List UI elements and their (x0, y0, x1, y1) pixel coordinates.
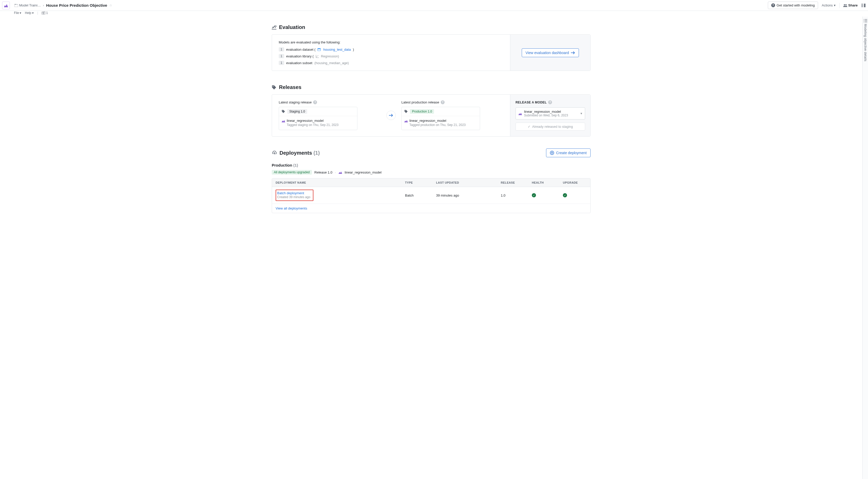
evaluation-intro: Models are evaluated using the following… (279, 40, 503, 44)
caret-down-icon: ▾ (20, 11, 21, 15)
create-deployment-button[interactable]: Create deployment (546, 149, 591, 157)
chevron-down-icon: ▾ (834, 3, 836, 7)
cell-release: 1.0 (497, 187, 528, 203)
releases-panel: Latest staging release ? Staging 1.0 (272, 94, 591, 136)
dot-separator: · (335, 170, 336, 174)
evaluation-icon (272, 25, 276, 30)
check-circle-icon: ✓ (532, 193, 536, 197)
view-all-deployments-link[interactable]: View all deployments (276, 206, 307, 210)
page-title: House Price Prediction Objective (46, 3, 107, 7)
svg-point-18 (282, 110, 283, 111)
model-name: linear_regression_model (409, 119, 446, 123)
cloud-upload-icon (272, 151, 277, 155)
tag-icon (282, 110, 285, 113)
svg-point-17 (273, 86, 274, 87)
upgraded-badge: All deployments upgraded (272, 170, 312, 174)
col-release: RELEASE (497, 179, 528, 187)
eval-library-row: 1 evaluation library ( Regression) (279, 54, 503, 58)
list-icon (864, 19, 867, 22)
tag-icon (272, 85, 276, 90)
chevron-right-icon: › (43, 3, 44, 7)
arrow-right-icon (571, 51, 575, 54)
cell-health: ✓ (528, 187, 559, 203)
folder-icon (14, 4, 18, 7)
deployments-title: Deployments (279, 150, 312, 156)
panel-toggle-icon[interactable] (861, 4, 865, 7)
evaluation-header: Evaluation (272, 24, 591, 30)
breadcrumb-parent-label: Model Traini… (19, 3, 41, 7)
divider (839, 3, 840, 8)
svg-rect-4 (861, 4, 863, 4)
people-icon (843, 4, 847, 7)
model-icon (518, 112, 522, 115)
deployments-count: (1) (313, 150, 320, 156)
evaluation-title: Evaluation (279, 24, 305, 30)
building-indicator[interactable]: 1 (42, 11, 48, 15)
breadcrumb: Model Traini… › House Price Prediction O… (14, 3, 112, 7)
table-row[interactable]: Batch deployment Created 39 minutes ago … (272, 187, 590, 204)
help-icon: ? (771, 3, 775, 7)
app-logo-icon[interactable] (2, 2, 10, 9)
staging-column: Latest staging release ? Staging 1.0 (279, 100, 381, 130)
view-evaluation-dashboard-button[interactable]: View evaluation dashboard (522, 49, 579, 57)
file-menu[interactable]: File▾ (14, 11, 21, 15)
staging-release-card[interactable]: Staging 1.0 linear_regression_model Tagg… (279, 107, 358, 130)
building-icon (42, 11, 45, 14)
share-button[interactable]: Share (843, 3, 858, 7)
get-started-button[interactable]: ? Get started with modeling (768, 2, 818, 9)
count-pill: 1 (279, 61, 284, 65)
sidebar-label: Modeling objective details (864, 24, 867, 61)
dataset-icon (317, 49, 321, 51)
breadcrumb-parent[interactable]: Model Traini… (14, 3, 41, 7)
eval-dataset-row: 1 evaluation dataset ( housing_test_data… (279, 47, 503, 52)
tag-icon (404, 110, 408, 113)
dataset-link[interactable]: housing_test_data (323, 47, 351, 52)
releases-header: Releases (272, 84, 591, 90)
release-a-model-title: RELEASE A MODEL (516, 101, 547, 104)
promote-arrow (381, 100, 401, 130)
staging-tag: Staging 1.0 (287, 109, 307, 114)
help-menu[interactable]: Help▾ (25, 11, 34, 15)
production-label: Latest production release (401, 100, 439, 104)
production-release-card[interactable]: Production 1.0 linear_regression_model T… (401, 107, 480, 130)
eval-subset-row: 1 evaluation subset (housing_median_age) (279, 61, 503, 65)
svg-point-2 (844, 4, 845, 5)
svg-rect-7 (864, 4, 865, 7)
main-content: Evaluation Models are evaluated using th… (0, 17, 862, 479)
cell-updated: 39 minutes ago (432, 187, 497, 203)
prod-submeta: Tagged production on Thu, Sep 21, 2023 (409, 123, 477, 127)
caret-down-icon: ▾ (32, 11, 34, 15)
cell-type: Batch (401, 187, 432, 203)
topbar: Model Traini… › House Price Prediction O… (0, 0, 868, 17)
deployments-table: DEPLOYMENT NAME TYPE LAST UPDATED RELEAS… (272, 178, 591, 213)
selected-model-name: linear_regression_model (524, 110, 579, 114)
actions-menu[interactable]: Actions ▾ (822, 3, 836, 7)
help-icon[interactable]: ? (441, 100, 444, 104)
star-icon[interactable]: ☆ (109, 3, 112, 7)
promote-button[interactable] (386, 111, 396, 120)
svg-point-14 (316, 57, 317, 57)
highlighted-deployment: Batch deployment Created 39 minutes ago (276, 190, 313, 201)
environment-meta: All deployments upgraded Release 1.0 · l… (272, 170, 591, 174)
plus-circle-icon (550, 151, 554, 155)
svg-point-3 (845, 4, 846, 5)
col-upgrade: UPGRADE (559, 179, 590, 187)
chart-scatter-icon (316, 55, 319, 58)
production-column: Latest production release ? Production 1… (401, 100, 503, 130)
environment-header: Production (1) (272, 163, 591, 167)
svg-point-16 (318, 55, 318, 56)
model-icon (404, 119, 408, 122)
right-sidebar[interactable]: Modeling objective details (862, 17, 868, 479)
col-updated: LAST UPDATED (432, 179, 497, 187)
deployment-link[interactable]: Batch deployment (277, 191, 304, 195)
model-selector[interactable]: linear_regression_model Submitted on Wed… (516, 107, 585, 120)
help-icon[interactable]: ? (548, 100, 552, 104)
count-pill: 1 (279, 54, 284, 58)
svg-rect-5 (861, 5, 863, 6)
selected-model-sub: Submitted on Wed, Sep 6, 2023 (524, 114, 579, 117)
separator: | (37, 11, 38, 15)
already-released-button: ✓ Already released to staging (516, 123, 585, 131)
svg-rect-12 (44, 12, 44, 12)
help-icon[interactable]: ? (313, 100, 317, 104)
model-icon (282, 119, 285, 122)
